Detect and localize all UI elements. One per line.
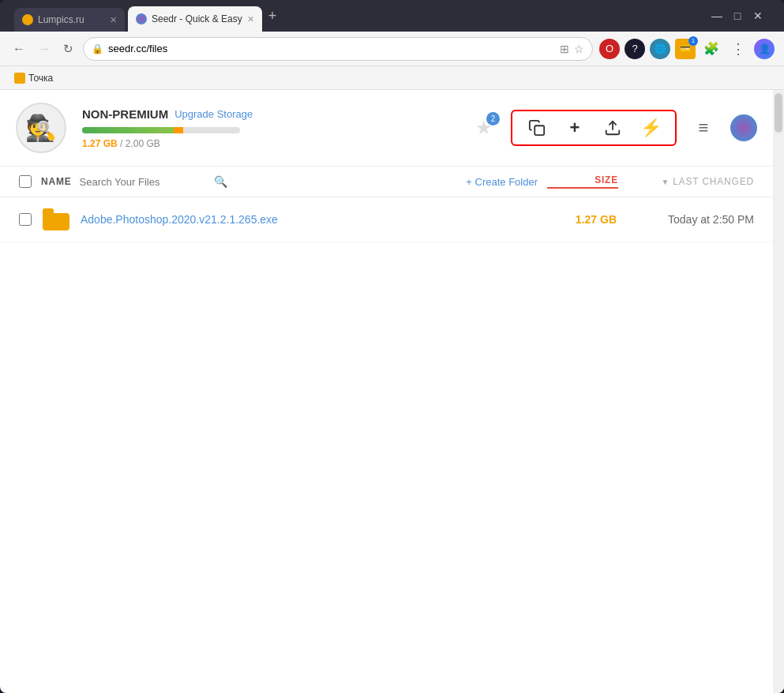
scrollbar-thumb[interactable] — [775, 93, 782, 133]
search-input[interactable] — [80, 176, 206, 188]
page-content: 🕵️ NON-PREMIUM Upgrade Storage — [0, 90, 784, 693]
maximize-button[interactable]: □ — [732, 10, 743, 21]
create-folder-button[interactable]: + Create Folder — [466, 176, 538, 188]
tab-seedr-label: Seedr - Quick & Easy — [152, 13, 242, 24]
nav-bar: ← → ↻ 🔒 ⊞ ☆ O ? 🌐 💳 1 🧩 ⋮ 👤 — [0, 32, 784, 66]
vpn-icon[interactable]: 🌐 — [650, 39, 670, 59]
upload-button[interactable] — [601, 116, 625, 140]
scrollbar[interactable] — [773, 90, 784, 693]
tier-label: NON-PREMIUM — [82, 107, 168, 121]
col-last-changed-label: LAST CHANGED — [673, 176, 754, 187]
storage-bar-orange — [174, 127, 183, 133]
upgrade-link[interactable]: Upgrade Storage — [174, 108, 253, 120]
user-avatar: 🕵️ — [16, 103, 66, 153]
seedr-header: 🕵️ NON-PREMIUM Upgrade Storage — [0, 90, 773, 167]
address-bar[interactable]: 🔒 ⊞ ☆ — [83, 37, 593, 61]
page-main: 🕵️ NON-PREMIUM Upgrade Storage — [0, 90, 773, 693]
storage-bar — [82, 127, 240, 133]
tab-lumpics-favicon — [22, 14, 33, 25]
minimize-button[interactable]: — — [711, 10, 722, 21]
toolbar-box: + ⚡ — [511, 110, 677, 146]
storage-divider: / — [120, 138, 126, 149]
sort-arrow-icon: ▼ — [662, 178, 670, 186]
storage-total: 2.00 GB — [126, 138, 160, 149]
back-button[interactable]: ← — [9, 39, 28, 59]
starred-badge: 2 — [486, 112, 500, 125]
files-table-header: NAME 🔍 + Create Folder SIZE ▼ LAST CHANG… — [0, 167, 773, 197]
starred-button[interactable]: ★ 2 — [470, 114, 498, 142]
file-size: 1.27 GB — [546, 213, 617, 226]
nav-icons: O ? 🌐 💳 1 🧩 ⋮ 👤 — [599, 38, 775, 60]
tab-lumpics-label: Lumpics.ru — [38, 14, 84, 25]
file-row: Adobe.Photoshop.2020.v21.2.1.265.exe 1.2… — [0, 197, 773, 242]
opera-icon[interactable]: O — [599, 39, 620, 59]
storage-text: 1.27 GB / 2.00 GB — [82, 138, 253, 149]
menu-button[interactable]: ≡ — [689, 114, 718, 142]
file-name[interactable]: Adobe.Photoshop.2020.v21.2.1.265.exe — [81, 213, 535, 226]
file-row-checkbox[interactable] — [19, 213, 32, 226]
forward-button[interactable]: → — [35, 39, 54, 59]
bookmark-folder-icon — [14, 73, 25, 84]
tabs-bar: Lumpics.ru ✕ Seedr - Quick & Easy ✕ + — … — [8, 0, 776, 32]
reload-button[interactable]: ↻ — [60, 39, 77, 59]
tab-seedr-close[interactable]: ✕ — [247, 14, 254, 24]
bookmark-bar: Точка — [0, 66, 784, 90]
bookmark-item-tochka[interactable]: Точка — [9, 71, 58, 85]
col-name: NAME 🔍 — [41, 175, 456, 188]
tab-seedr[interactable]: Seedr - Quick & Easy ✕ — [128, 6, 262, 32]
browser-logo — [730, 114, 757, 141]
help-icon[interactable]: ? — [625, 39, 645, 59]
browser-window: Lumpics.ru ✕ Seedr - Quick & Easy ✕ + — … — [0, 0, 784, 693]
close-button[interactable]: ✕ — [752, 10, 763, 21]
title-bar: Lumpics.ru ✕ Seedr - Quick & Easy ✕ + — … — [0, 0, 784, 32]
bookmark-label: Точка — [28, 73, 53, 84]
add-button[interactable]: + — [563, 116, 587, 140]
address-lock-icon: 🔒 — [92, 43, 103, 54]
tab-lumpics[interactable]: Lumpics.ru ✕ — [14, 8, 125, 32]
col-size[interactable]: SIZE — [547, 174, 618, 189]
storage-used: 1.27 GB — [82, 138, 118, 149]
torrent-button[interactable]: ⚡ — [639, 116, 662, 140]
user-tier: NON-PREMIUM Upgrade Storage — [82, 107, 253, 121]
select-all-checkbox[interactable] — [19, 175, 32, 188]
wallet-icon[interactable]: 💳 1 — [675, 39, 696, 59]
copy-button[interactable] — [525, 116, 549, 140]
storage-bar-green — [82, 127, 174, 133]
address-input[interactable] — [108, 43, 555, 54]
translate-icon[interactable]: ⊞ — [560, 43, 569, 55]
header-actions: ★ 2 + ⚡ — [470, 110, 757, 146]
svg-rect-0 — [535, 125, 544, 135]
search-icon[interactable]: 🔍 — [214, 175, 227, 188]
folder-icon — [43, 208, 69, 230]
extensions-icon[interactable]: 🧩 — [700, 38, 722, 60]
user-info: NON-PREMIUM Upgrade Storage 1.27 GB / 2.… — [82, 107, 253, 149]
tab-lumpics-close[interactable]: ✕ — [110, 15, 117, 25]
tab-seedr-favicon — [136, 13, 147, 24]
new-tab-button[interactable]: + — [268, 8, 277, 24]
file-date: Today at 2:50 PM — [628, 213, 754, 226]
star-icon[interactable]: ☆ — [574, 43, 584, 55]
col-name-label: NAME — [41, 176, 72, 187]
menu-icon[interactable]: ⋮ — [727, 38, 749, 60]
page-wrapper: 🕵️ NON-PREMIUM Upgrade Storage — [0, 90, 784, 693]
profile-icon[interactable]: 👤 — [754, 39, 775, 59]
col-last-changed[interactable]: ▼ LAST CHANGED — [628, 176, 754, 187]
